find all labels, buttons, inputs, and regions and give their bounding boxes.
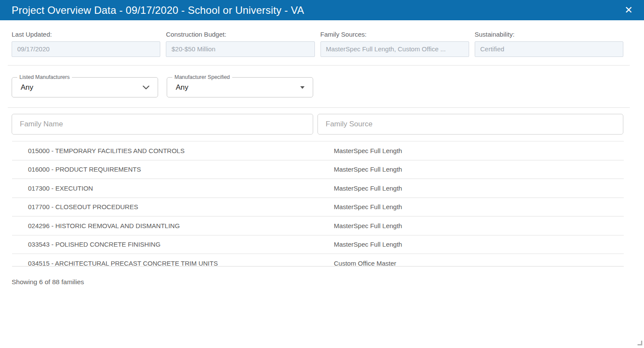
table-row[interactable]: 017700 - CLOSEOUT PROCEDURES MasterSpec … (12, 198, 624, 217)
family-sources-label: Family Sources: (320, 31, 469, 38)
section-divider (8, 107, 630, 108)
family-source-cell: MasterSpec Full Length (334, 185, 624, 192)
construction-budget-label: Construction Budget: (166, 31, 314, 38)
dropdown-arrow-icon (300, 86, 305, 89)
family-source-cell: MasterSpec Full Length (334, 222, 624, 229)
dialog-title: Project Overview Data - 09/17/2020 - Sch… (12, 4, 304, 16)
family-name-cell: 024296 - HISTORIC REMOVAL AND DISMANTLIN… (12, 222, 334, 229)
manufacturer-specified-select[interactable]: Manufacturer Specified Any (167, 77, 313, 97)
table-row[interactable]: 034515 - ARCHITECTURAL PRECAST CONCRETE … (12, 254, 624, 266)
table-row[interactable]: 024296 - HISTORIC REMOVAL AND DISMANTLIN… (12, 216, 624, 235)
section-divider (8, 65, 630, 66)
listed-manufacturers-label: Listed Manufacturers (17, 74, 72, 81)
table-row[interactable]: 017300 - EXECUTION MasterSpec Full Lengt… (12, 179, 624, 198)
listed-manufacturers-select[interactable]: Listed Manufacturers Any (12, 77, 158, 97)
dialog-header: Project Overview Data - 09/17/2020 - Sch… (0, 0, 644, 20)
table-row[interactable]: 033543 - POLISHED CONCRETE FINISHING Mas… (12, 235, 624, 254)
field-last-updated: Last Updated: 09/17/2020 (12, 31, 160, 57)
family-name-cell: 017300 - EXECUTION (12, 185, 334, 192)
family-name-cell: 017700 - CLOSEOUT PROCEDURES (12, 203, 334, 210)
family-name-cell: 034515 - ARCHITECTURAL PRECAST CONCRETE … (12, 260, 334, 266)
family-name-cell: 015000 - TEMPORARY FACILITIES AND CONTRO… (12, 147, 334, 154)
family-name-cell: 033543 - POLISHED CONCRETE FINISHING (12, 241, 334, 248)
family-name-search-input[interactable] (12, 114, 313, 135)
table-row[interactable]: 015000 - TEMPORARY FACILITIES AND CONTRO… (12, 141, 624, 160)
family-sources-value: MasterSpec Full Length, Custom Office ..… (320, 41, 469, 57)
search-row (12, 114, 623, 135)
last-updated-label: Last Updated: (12, 31, 160, 38)
family-source-cell: MasterSpec Full Length (334, 203, 624, 210)
manufacturer-filters-row: Listed Manufacturers Any Manufacturer Sp… (12, 77, 644, 97)
chevron-down-icon (143, 85, 149, 89)
showing-families-status: Showing 6 of 88 families (12, 278, 644, 286)
family-source-cell: MasterSpec Full Length (334, 166, 624, 173)
resize-grip-icon[interactable] (638, 341, 642, 345)
field-family-sources: Family Sources: MasterSpec Full Length, … (320, 31, 469, 57)
family-source-cell: Custom Office Master (334, 260, 624, 266)
close-icon: ✕ (625, 4, 633, 16)
family-source-cell: MasterSpec Full Length (334, 241, 624, 248)
last-updated-value: 09/17/2020 (12, 41, 160, 57)
family-source-cell: MasterSpec Full Length (334, 147, 624, 154)
field-construction-budget: Construction Budget: $20-$50 Million (166, 31, 314, 57)
table-row[interactable]: 016000 - PRODUCT REQUIREMENTS MasterSpec… (12, 160, 624, 179)
manufacturer-specified-label: Manufacturer Specified (172, 74, 232, 81)
family-source-search-input[interactable] (317, 114, 623, 135)
field-sustainability: Sustainability: Certified (475, 31, 623, 57)
summary-fields-row: Last Updated: 09/17/2020 Construction Bu… (12, 31, 623, 57)
close-button[interactable]: ✕ (621, 3, 636, 17)
sustainability-label: Sustainability: (475, 31, 623, 38)
family-name-cell: 016000 - PRODUCT REQUIREMENTS (12, 166, 334, 173)
sustainability-value: Certified (475, 41, 623, 57)
construction-budget-value: $20-$50 Million (166, 41, 314, 57)
families-table[interactable]: 015000 - TEMPORARY FACILITIES AND CONTRO… (12, 141, 624, 266)
